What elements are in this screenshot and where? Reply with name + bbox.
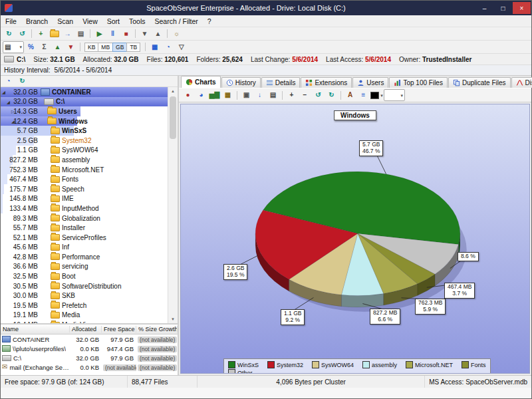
tree-row-skb[interactable]: 30.0 MBSKB — [1, 291, 168, 301]
tree-scrollbar[interactable]: ▲ ▼ — [168, 87, 178, 323]
treemap-view-icon[interactable]: ▦ — [148, 42, 161, 53]
update-scan-icon[interactable]: ↻ — [3, 29, 15, 39]
export-icon[interactable]: → — [61, 29, 74, 39]
menu-item-search-filter[interactable]: Search / Filter — [150, 17, 203, 25]
zoom-out-icon[interactable]: − — [299, 90, 311, 100]
chart-options-combo[interactable]: ▾ — [384, 89, 405, 101]
menu-item-tools[interactable]: Tools — [124, 17, 150, 25]
color-picker[interactable]: ▾ — [370, 90, 383, 100]
menu-item-view[interactable]: View — [78, 17, 102, 25]
tree-row-ime[interactable]: 145.8 MBIME — [1, 194, 168, 204]
tree-chart-icon[interactable]: ◔ — [2, 76, 15, 86]
tab-details[interactable]: Details — [261, 77, 301, 88]
tree-row-prefetch[interactable]: 19.5 MBPrefetch — [1, 301, 168, 311]
menu-item-scan[interactable]: Scan — [53, 17, 78, 25]
view-mode-combo[interactable]: ▤▾ — [3, 41, 24, 53]
tree-row-inf[interactable]: 45.6 MBInf — [1, 243, 168, 253]
tree-row-mediaviewer[interactable]: 16.4 MBMediaViewer — [1, 320, 168, 323]
column-header-free-space[interactable]: Free Space — [102, 326, 136, 332]
percent-view-icon[interactable]: % — [25, 42, 37, 53]
tree-row-syswow64[interactable]: 1.1 GBSysWOW64 — [1, 146, 168, 156]
tab-history[interactable]: History — [221, 77, 261, 88]
tree-expanded-icon[interactable]: ◢ — [2, 90, 5, 95]
tree-row-system32[interactable]: 2.5 GBSystem32 — [1, 136, 168, 146]
tree-row-fonts[interactable]: 467.4 MBFonts — [1, 174, 168, 184]
roots-row-pluto-userprofiles[interactable]: \\pluto\userprofiles\0.0 KB947.4 GB(not … — [1, 344, 178, 353]
tab-users[interactable]: Users — [352, 77, 388, 88]
size-sum-icon[interactable]: Σ — [38, 42, 51, 53]
tree-expanded-icon[interactable]: ◢ — [7, 100, 10, 105]
tree-refresh-icon[interactable]: ↻ — [16, 76, 29, 86]
roots-row-mail-exchange-server[interactable]: ✉mail (Exchange Server)0.0 KB(not availa… — [1, 362, 178, 372]
sort-ascending-icon[interactable]: ▲ — [51, 42, 64, 53]
unit-mb-button[interactable]: MB — [98, 43, 113, 52]
tree-collapsed-icon[interactable]: ▷ — [11, 109, 15, 114]
treemap-type-icon[interactable]: ▦ — [221, 90, 234, 100]
menu-item-branch[interactable]: Branch — [21, 17, 53, 25]
filter-icon[interactable]: ▽ — [175, 42, 188, 53]
tree-row-winsxs[interactable]: 5.7 GBWinSxS — [1, 126, 168, 136]
update-all-scans-icon[interactable]: ↺ — [16, 29, 29, 39]
scroll-down-icon[interactable]: ▼ — [168, 315, 178, 323]
unit-tb-button[interactable]: TB — [126, 43, 140, 52]
copy-chart-icon[interactable]: ▣ — [240, 90, 253, 100]
column-header-size-growth[interactable]: % Size Growth — [136, 326, 178, 332]
scroll-up-icon[interactable]: ▲ — [168, 87, 178, 95]
current-path[interactable]: C:\ — [17, 56, 25, 63]
tree-row-media[interactable]: 19.1 MBMedia — [1, 311, 168, 321]
tree-row-installer[interactable]: 55.7 MBInstaller — [1, 223, 168, 233]
bar-chart-type-icon[interactable]: ▅▇ — [208, 90, 221, 100]
tree-row-speech[interactable]: 175.7 MBSpeech — [1, 184, 168, 194]
tree-row-assembly[interactable]: 827.2 MBassembly — [1, 155, 168, 165]
tree-row-softwaredistribution[interactable]: 30.5 MBSoftwareDistribution — [1, 281, 168, 291]
menu-item-item[interactable]: ? — [203, 17, 216, 25]
new-scan-icon[interactable]: + — [35, 29, 47, 39]
tab-distributions[interactable]: Distributions — [511, 77, 532, 88]
tree-row-inputmethod[interactable]: 133.4 MBInputMethod — [1, 203, 168, 213]
scrollbar-thumb[interactable] — [170, 96, 176, 139]
start-scan-icon[interactable]: ▶ — [93, 29, 106, 39]
pie-3d-type-icon[interactable]: ◕ — [195, 90, 207, 100]
history-interval-value[interactable]: 5/6/2014 - 5/6/2014 — [54, 66, 112, 74]
collapse-all-icon[interactable]: ▲ — [152, 29, 164, 39]
open-folder-icon[interactable] — [48, 29, 61, 39]
tree-row-serviceprofiles[interactable]: 52.1 MBServiceProfiles — [1, 233, 168, 243]
tree-row-users[interactable]: ▷14.3 GBUsers — [1, 106, 168, 116]
tree-row-performance[interactable]: 42.8 MBPerformance — [1, 252, 168, 262]
expand-all-icon[interactable]: ▼ — [138, 29, 151, 39]
unit-gb-button[interactable]: GB — [112, 43, 127, 52]
tree-row-boot[interactable]: 32.5 MBBoot — [1, 271, 168, 281]
stop-scan-icon[interactable]: ■ — [120, 29, 132, 39]
tree-row-c[interactable]: ◢32.0 GBC:\ — [1, 97, 168, 107]
tab-charts[interactable]: Charts — [181, 76, 221, 88]
close-button[interactable]: × — [513, 2, 531, 14]
rotate-right-icon[interactable]: ↻ — [325, 90, 338, 100]
tab-top-100-files[interactable]: Top 100 Files — [389, 77, 447, 88]
minimize-button[interactable]: – — [475, 2, 493, 14]
menu-item-file[interactable]: File — [1, 17, 21, 25]
tree-row-container[interactable]: ◢32.0 GBCONTAINER — [1, 87, 168, 97]
show-labels-icon[interactable]: A — [344, 90, 356, 100]
unit-kb-button[interactable]: KB — [84, 43, 98, 52]
print-chart-icon[interactable]: ▤ — [267, 90, 279, 100]
roots-row-c[interactable]: C:\32.0 GB97.9 GB(not available) — [1, 353, 178, 362]
tree-expanded-icon[interactable]: ◢ — [11, 119, 15, 124]
show-legend-icon[interactable]: ≡ — [357, 90, 370, 100]
pause-scan-icon[interactable]: ‖ — [106, 29, 119, 39]
tree-row-globalization[interactable]: 89.3 MBGlobalization — [1, 213, 168, 223]
menu-item-sort[interactable]: Sort — [102, 17, 124, 25]
tab-extensions[interactable]: Extensions — [301, 77, 352, 88]
options-icon[interactable]: ☼ — [170, 29, 183, 39]
save-chart-icon[interactable]: ↓ — [253, 90, 266, 100]
rotate-left-icon[interactable]: ↺ — [312, 90, 325, 100]
tree-row-servicing[interactable]: 36.6 MBservicing — [1, 262, 168, 272]
tab-duplicate-files[interactable]: Duplicate Files — [448, 77, 511, 88]
roots-row-container[interactable]: CONTAINER32.0 GB97.9 GB(not available) — [1, 334, 178, 344]
tree-row-microsoft-net[interactable]: 752.3 MBMicrosoft.NET — [1, 165, 168, 175]
print-icon[interactable]: ▤ — [74, 29, 87, 39]
maximize-button[interactable]: □ — [494, 2, 512, 14]
column-header-name[interactable]: Name — [1, 326, 70, 332]
tree-row-windows[interactable]: ◢12.4 GBWindows — [1, 116, 168, 126]
pie-view-icon[interactable]: ◔ — [162, 42, 174, 53]
sort-descending-icon[interactable]: ▼ — [65, 42, 77, 53]
